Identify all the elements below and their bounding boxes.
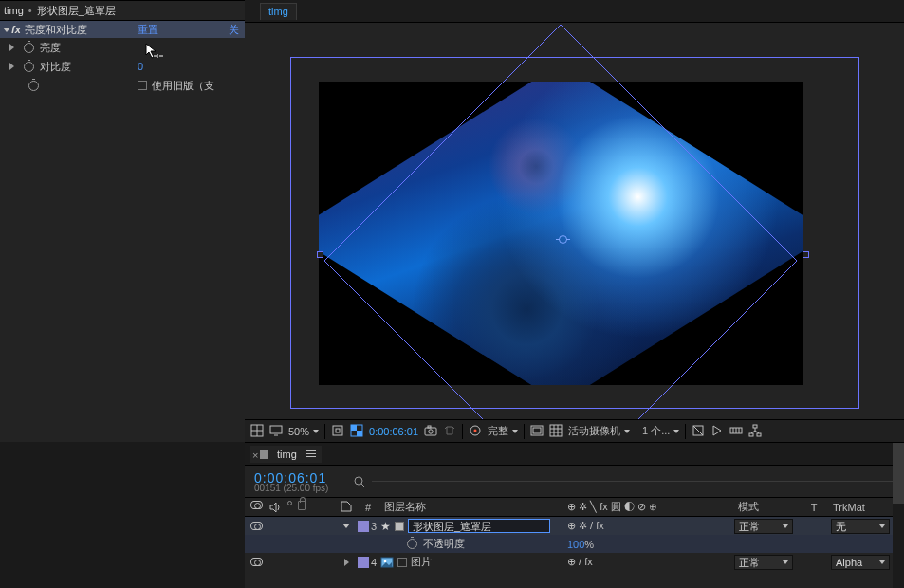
selection-handle-right[interactable] <box>803 251 809 258</box>
prop-brightness-label: 亮度 <box>40 41 61 55</box>
svg-rect-12 <box>336 429 340 432</box>
prop-legacy-label: 使用旧版（支 <box>152 79 214 93</box>
col-label-icon[interactable] <box>340 500 353 513</box>
shape-layer-rhombus[interactable] <box>307 23 814 419</box>
pixel-aspect-icon[interactable] <box>692 424 705 439</box>
prop-contrast-value[interactable]: 0 <box>138 61 143 72</box>
col-audio-icon[interactable] <box>268 501 282 514</box>
viewer-timecode[interactable]: 0:00:06:01 <box>369 426 418 437</box>
quality-dropdown[interactable]: 完整 <box>488 424 518 438</box>
timeline-scrollbar[interactable] <box>893 443 904 588</box>
view-layout-icon[interactable] <box>530 424 544 439</box>
timeline-tabbar: × timg <box>245 443 904 466</box>
snapshot-icon[interactable] <box>424 424 437 439</box>
stopwatch-icon[interactable] <box>24 43 34 53</box>
search-icon <box>353 475 366 488</box>
layer-label-color[interactable] <box>358 557 369 568</box>
svg-marker-0 <box>324 25 797 419</box>
anchor-point-icon[interactable] <box>556 232 570 247</box>
chevron-down-icon <box>879 524 885 528</box>
resolution-icon[interactable] <box>331 424 344 439</box>
show-snapshot-icon[interactable] <box>443 424 456 439</box>
crumb-comp[interactable]: timg <box>4 5 24 16</box>
viewer-footer: 50% 0:00:06:01 完整 活动摄像机 1 个... <box>245 419 904 442</box>
col-mode: 模式 <box>732 500 799 514</box>
layer-name[interactable]: 图片 <box>411 555 432 569</box>
video-toggle-icon[interactable] <box>250 558 263 566</box>
svg-rect-22 <box>533 428 541 433</box>
col-solo-icon[interactable] <box>287 501 292 505</box>
viewer-canvas[interactable] <box>245 23 904 419</box>
effect-reset-link[interactable]: 重置 <box>138 23 158 37</box>
twirl-right-icon[interactable] <box>344 559 349 566</box>
panel-menu-icon[interactable] <box>306 450 316 458</box>
col-lock-icon[interactable] <box>298 501 306 510</box>
current-time[interactable]: 0:00:06:01 00151 (25.00 fps) <box>245 470 328 493</box>
twirl-down-icon[interactable] <box>342 524 350 528</box>
svg-point-17 <box>429 429 433 432</box>
stopwatch-icon[interactable] <box>407 539 417 549</box>
timeline-tab[interactable]: × timg <box>250 446 322 463</box>
svg-rect-23 <box>550 425 562 436</box>
svg-point-40 <box>384 560 387 562</box>
effect-close-link[interactable]: 关 <box>229 23 239 37</box>
layer-label-color[interactable] <box>358 521 369 532</box>
twirl-right-icon[interactable] <box>9 63 14 70</box>
grid-icon[interactable] <box>250 424 264 439</box>
stopwatch-icon[interactable] <box>28 81 39 91</box>
chevron-down-icon <box>313 430 319 433</box>
effect-name: 亮度和对比度 <box>25 23 87 37</box>
tab-close-icon[interactable]: × <box>252 450 258 461</box>
stopwatch-icon[interactable] <box>24 62 34 72</box>
guides-icon[interactable] <box>549 424 563 439</box>
timeline-columns-header: # 图层名称 ⊕ ✲ ╲ fx 圓 ◐ ⊘ ⊕ 模式 T TrkMat <box>245 498 904 517</box>
region-icon[interactable] <box>469 424 482 439</box>
camera-dropdown[interactable]: 活动摄像机 <box>568 424 630 438</box>
layer-property-row[interactable]: 不透明度 100% <box>245 535 904 553</box>
trkmat-dropdown[interactable]: Alpha <box>831 555 890 570</box>
svg-rect-14 <box>351 425 357 431</box>
footage-icon <box>380 556 394 569</box>
layer-row[interactable]: 4 图片 ⊕ / fx 正常 Alpha <box>245 553 904 571</box>
timeline-icon[interactable] <box>729 424 743 439</box>
col-video-icon[interactable] <box>250 501 263 509</box>
svg-rect-36 <box>757 433 761 436</box>
chevron-down-icon <box>783 524 788 528</box>
selection-handle-left[interactable] <box>317 251 323 258</box>
views-dropdown[interactable]: 1 个... <box>642 424 679 438</box>
prop-contrast-label: 对比度 <box>40 60 71 74</box>
comp-icon <box>260 450 268 459</box>
effect-header[interactable]: fx 亮度和对比度 重置 关 <box>0 21 245 38</box>
video-toggle-icon[interactable] <box>250 522 263 530</box>
trkmat-dropdown[interactable]: 无 <box>831 519 890 534</box>
legacy-checkbox[interactable] <box>138 81 147 90</box>
layer-switches[interactable]: ⊕ ✲ / fx <box>563 520 732 532</box>
twirl-right-icon[interactable] <box>9 44 14 51</box>
fast-preview-icon[interactable] <box>710 424 724 439</box>
property-opacity-value[interactable]: 100 <box>567 539 584 550</box>
blend-mode-dropdown[interactable]: 正常 <box>734 555 793 570</box>
prop-legacy-row: 使用旧版（支 <box>0 76 245 95</box>
svg-rect-15 <box>357 431 362 436</box>
layer-row[interactable]: 3 ★ 形状图层_遮罩层 ⊕ ✲ / fx 正常 无 <box>245 517 904 535</box>
layer-name-input[interactable]: 形状图层_遮罩层 <box>408 519 550 533</box>
svg-line-29 <box>693 426 703 435</box>
scrollbar-thumb[interactable] <box>893 443 904 504</box>
svg-rect-18 <box>428 426 431 428</box>
svg-rect-11 <box>333 426 342 435</box>
matte-indicator-icon <box>397 558 407 567</box>
blend-mode-dropdown[interactable]: 正常 <box>734 519 793 534</box>
fx-icon[interactable]: fx <box>11 24 21 35</box>
timeline-search[interactable] <box>353 475 904 488</box>
monitor-icon[interactable] <box>269 424 283 439</box>
twirl-down-icon[interactable] <box>3 28 10 32</box>
effects-breadcrumb: timg • 形状图层_遮罩层 <box>0 1 245 21</box>
zoom-dropdown[interactable]: 50% <box>288 426 319 437</box>
col-switches: ⊕ ✲ ╲ fx 圓 ◐ ⊘ ⊕ <box>563 500 732 514</box>
col-layer-name[interactable]: 图层名称 <box>378 500 563 514</box>
crumb-layer[interactable]: 形状图层_遮罩层 <box>37 5 116 16</box>
transparency-grid-icon[interactable] <box>350 424 363 439</box>
viewer-tab[interactable]: timg <box>260 3 297 20</box>
layer-switches[interactable]: ⊕ / fx <box>563 556 732 568</box>
flowchart-icon[interactable] <box>748 424 762 439</box>
